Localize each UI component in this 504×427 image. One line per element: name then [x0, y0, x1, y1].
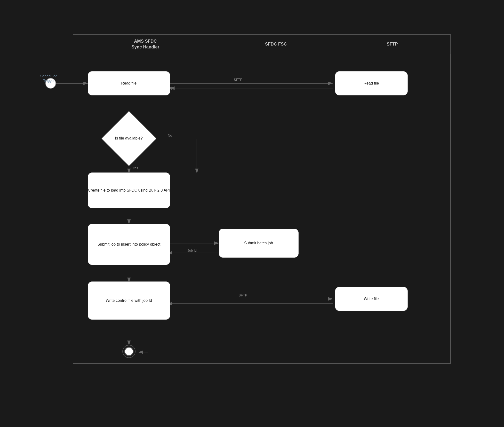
sfdc-label: SFDC FSC [265, 41, 287, 47]
col-sftp [334, 54, 450, 363]
write-file-sftp-shape: Write file [335, 287, 408, 311]
end-circle-inner [124, 347, 134, 356]
swimlane-header-ams: AMS SFDC Sync Handler [73, 35, 218, 54]
read-file-ams: Read file [88, 71, 170, 95]
diamond-text: Is file available? [115, 136, 143, 141]
col-sfdc [218, 54, 334, 363]
submit-batch-shape: Submit batch job [219, 229, 299, 258]
read-file-sftp-shape: Read file [335, 71, 408, 95]
diagram-container: AMS SFDC Sync Handler SFDC FSC SFTP [34, 20, 470, 407]
trigger-label: Scheduled Trigger [34, 74, 64, 83]
swimlane-header: AMS SFDC Sync Handler SFDC FSC SFTP [73, 35, 450, 54]
swimlane-table: AMS SFDC Sync Handler SFDC FSC SFTP [73, 34, 451, 364]
sftp-label: SFTP [387, 41, 398, 47]
swimlane-body: SFTP Yes No Job Id [73, 54, 450, 363]
write-control-shape: Write control file with job Id [88, 281, 170, 320]
end-circle-outer [122, 345, 136, 358]
ams-label: AMS SFDC Sync Handler [131, 39, 159, 50]
diagram-wrapper: AMS SFDC Sync Handler SFDC FSC SFTP [0, 0, 504, 427]
submit-job-shape: Submit job to insert into policy object [88, 224, 170, 265]
swimlane-header-sfdc: SFDC FSC [218, 35, 334, 54]
swimlane-header-sftp: SFTP [334, 35, 450, 54]
create-file-shape: Create file to load into SFDC using Bulk… [88, 172, 170, 208]
diamond-wrapper: Is file available? [107, 117, 151, 160]
